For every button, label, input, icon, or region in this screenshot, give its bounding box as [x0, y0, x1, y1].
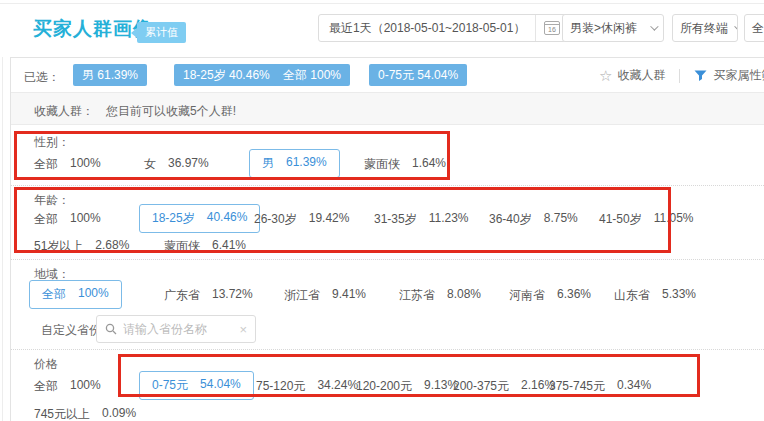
- terminal-dropdown-label: 所有终端: [680, 20, 728, 37]
- section-gender: 性别： 全部100% 女36.97% 男61.39% 蒙面侠1.64%: [11, 125, 764, 185]
- favorite-row-message: 您目前可以收藏5个人群!: [106, 103, 236, 120]
- category-dropdown[interactable]: 男装>休闲裤: [562, 14, 664, 42]
- age-section-label: 年龄：: [34, 192, 70, 209]
- age-option-31-35[interactable]: 31-35岁11.23%: [374, 211, 469, 228]
- cumulative-badge: 累计值: [131, 22, 186, 43]
- chevron-down-icon: [650, 22, 658, 30]
- vertical-divider: [679, 69, 680, 83]
- section-age: 年龄： 全部100% 18-25岁40.46% 26-30岁19.42% 31-…: [11, 185, 764, 259]
- gender-option-all[interactable]: 全部100%: [34, 156, 101, 173]
- selected-tag-price[interactable]: 0-75元 54.04%: [369, 64, 467, 86]
- age-option-18-25-selected[interactable]: 18-25岁40.46%: [139, 204, 260, 233]
- selected-label: 已选：: [24, 69, 60, 86]
- clear-input-icon[interactable]: ×: [239, 323, 247, 336]
- selected-bar-actions: ☆ 收藏人群 买家属性筛选: [599, 58, 764, 93]
- gender-option-masked[interactable]: 蒙面侠1.64%: [364, 156, 446, 173]
- favorite-row-label: 收藏人群：: [34, 103, 94, 120]
- favorite-crowd-button[interactable]: 收藏人群: [617, 67, 665, 84]
- section-region: 地域： 全部100% 广东省13.72% 浙江省9.41% 江苏省8.08% 河…: [11, 259, 764, 349]
- buyer-attribute-filter-button[interactable]: 买家属性筛选: [713, 67, 764, 84]
- main-panel: 已选： 男 61.39% 18-25岁 40.46% 全部 100% 0-75元…: [10, 57, 764, 421]
- favorite-crowd-row: 收藏人群： 您目前可以收藏5个人群!: [11, 93, 764, 125]
- selected-filters-bar: 已选： 男 61.39% 18-25岁 40.46% 全部 100% 0-75元…: [11, 58, 764, 93]
- custom-province-label: 自定义省份: [41, 322, 101, 339]
- terminal-dropdown[interactable]: 所有终端: [672, 14, 738, 42]
- age-option-all[interactable]: 全部100%: [34, 211, 101, 228]
- selected-tag-region[interactable]: 全部 100%: [274, 64, 350, 86]
- price-option-75-120[interactable]: 75-120元34.24%: [256, 378, 358, 395]
- region-option-jiangsu[interactable]: 江苏省8.08%: [399, 287, 481, 304]
- province-search-box[interactable]: ×: [96, 315, 256, 343]
- region-option-guangdong[interactable]: 广东省13.72%: [164, 287, 253, 304]
- star-icon: ☆: [599, 68, 612, 83]
- clipped-dropdown-label: 全: [752, 20, 764, 37]
- region-option-all-selected[interactable]: 全部100%: [29, 280, 122, 309]
- date-range-picker[interactable]: 最近1天（2018-05-01~2018-05-01） 16: [318, 14, 568, 42]
- age-option-36-40[interactable]: 36-40岁8.75%: [489, 211, 578, 228]
- province-search-input[interactable]: [123, 322, 239, 336]
- chevron-down-icon: [734, 22, 738, 30]
- region-option-henan[interactable]: 河南省6.36%: [509, 287, 591, 304]
- age-option-41-50[interactable]: 41-50岁11.05%: [599, 211, 694, 228]
- left-divider: [2, 57, 3, 421]
- selected-tag-gender[interactable]: 男 61.39%: [73, 64, 147, 86]
- date-range-label: 最近1天（2018-05-01~2018-05-01）: [319, 20, 535, 37]
- section-price: 价格 全部100% 0-75元54.04% 75-120元34.24% 120-…: [11, 349, 764, 421]
- category-dropdown-label: 男装>休闲裤: [570, 20, 637, 37]
- selected-tag-age[interactable]: 18-25岁 40.46%: [174, 64, 279, 86]
- search-icon: [105, 323, 117, 335]
- gender-option-male-selected[interactable]: 男61.39%: [249, 149, 340, 178]
- badge-label: 累计值: [137, 22, 186, 43]
- calendar-icon: 16: [544, 21, 560, 35]
- price-option-0-75-selected[interactable]: 0-75元54.04%: [139, 371, 254, 400]
- price-option-120-200[interactable]: 120-200元9.13%: [356, 378, 458, 395]
- filter-funnel-icon: [694, 70, 707, 82]
- clipped-dropdown[interactable]: 全: [744, 14, 764, 42]
- price-option-200-375[interactable]: 200-375元2.16%: [453, 378, 555, 395]
- price-option-745-plus[interactable]: 745元以上0.09%: [34, 406, 136, 421]
- age-option-masked[interactable]: 蒙面侠6.41%: [164, 238, 246, 255]
- gender-option-female[interactable]: 女36.97%: [144, 156, 209, 173]
- price-option-375-745[interactable]: 375-745元0.34%: [549, 378, 651, 395]
- price-section-label: 价格: [34, 356, 58, 373]
- region-option-zhejiang[interactable]: 浙江省9.41%: [284, 287, 366, 304]
- age-option-51-plus[interactable]: 51岁以上2.68%: [34, 238, 129, 255]
- region-option-shandong[interactable]: 山东省5.33%: [614, 287, 696, 304]
- gender-section-label: 性别：: [34, 134, 70, 151]
- top-divider: [0, 3, 764, 4]
- price-option-all[interactable]: 全部100%: [34, 378, 101, 395]
- age-option-26-30[interactable]: 26-30岁19.42%: [254, 211, 349, 228]
